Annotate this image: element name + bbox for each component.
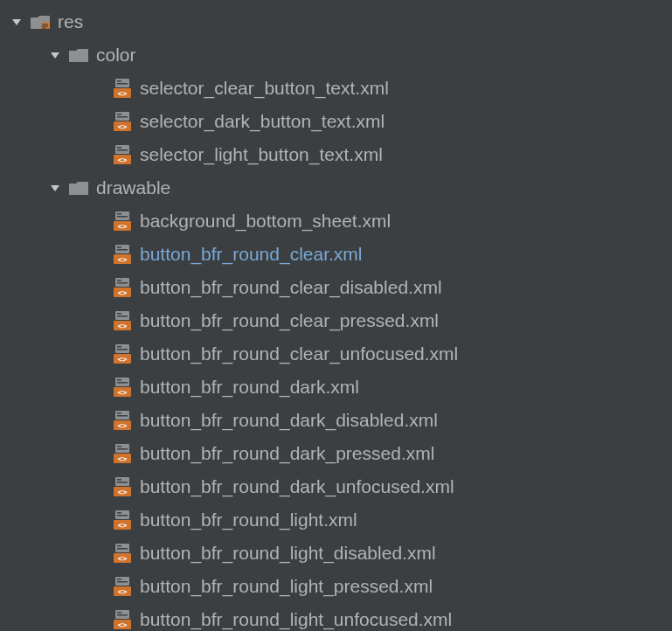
tree-folder-color[interactable]: color <box>5 38 672 72</box>
file-name: button_bfr_round_clear_unfocused.xml <box>140 343 458 364</box>
xml-icon: <> <box>110 277 135 298</box>
tree-file[interactable]: <> button_bfr_round_light_pressed.xml <box>5 570 672 603</box>
file-name: selector_clear_button_text.xml <box>140 78 389 99</box>
tree-file[interactable]: <> button_bfr_round_light_disabled.xml <box>5 537 672 570</box>
xml-icon: <> <box>110 609 135 630</box>
tree-file[interactable]: <> selector_dark_button_text.xml <box>5 105 672 138</box>
file-name: button_bfr_round_light.xml <box>140 510 357 530</box>
svg-rect-18 <box>117 149 128 151</box>
svg-rect-63 <box>117 479 121 481</box>
xml-icon: <> <box>110 543 135 564</box>
svg-rect-2 <box>42 24 48 25</box>
xml-icon: <> <box>110 443 135 464</box>
file-name: button_bfr_round_clear_pressed.xml <box>140 310 439 331</box>
svg-text:<>: <> <box>118 488 128 496</box>
svg-rect-69 <box>117 515 128 517</box>
svg-rect-17 <box>117 147 121 149</box>
xml-icon: <> <box>110 111 135 132</box>
tree-file[interactable]: <> button_bfr_round_clear_pressed.xml <box>5 304 672 337</box>
file-name: button_bfr_round_clear.xml <box>140 244 363 265</box>
svg-rect-28 <box>117 246 121 248</box>
file-name: button_bfr_round_dark_unfocused.xml <box>140 476 454 497</box>
xml-icon: <> <box>110 576 135 597</box>
svg-rect-58 <box>117 446 121 447</box>
tree-folder-drawable[interactable]: drawable <box>5 171 672 205</box>
xml-icon: <> <box>110 211 135 232</box>
svg-text:<>: <> <box>118 355 128 364</box>
svg-rect-23 <box>117 213 121 215</box>
folder-label: drawable <box>96 177 170 198</box>
tree-file[interactable]: <> background_bottom_sheet.xml <box>5 205 672 238</box>
tree-file[interactable]: <> button_bfr_round_light_unfocused.xml <box>5 603 672 631</box>
chevron-down-icon[interactable] <box>9 17 24 27</box>
svg-rect-39 <box>117 316 128 317</box>
file-name: button_bfr_round_light_pressed.xml <box>140 576 433 597</box>
file-name: button_bfr_round_dark_pressed.xml <box>140 443 434 464</box>
file-name: button_bfr_round_light_disabled.xml <box>140 543 436 564</box>
svg-text:<>: <> <box>118 288 128 297</box>
file-name: selector_light_button_text.xml <box>140 144 383 165</box>
svg-rect-59 <box>117 448 128 450</box>
xml-icon: <> <box>110 343 135 364</box>
svg-rect-49 <box>117 382 128 384</box>
svg-rect-53 <box>117 413 121 414</box>
xml-icon: <> <box>110 78 135 99</box>
tree-file[interactable]: <> button_bfr_round_dark.xml <box>5 371 672 404</box>
tree-file[interactable]: <> button_bfr_round_dark_unfocused.xml <box>5 470 672 503</box>
file-name: selector_dark_button_text.xml <box>140 111 384 132</box>
svg-rect-12 <box>117 114 121 115</box>
svg-text:<>: <> <box>118 89 128 98</box>
xml-icon: <> <box>110 244 135 265</box>
tree-file[interactable]: <> button_bfr_round_clear.xml <box>5 238 672 271</box>
chevron-down-icon[interactable] <box>47 50 63 60</box>
tree-file[interactable]: <> selector_clear_button_text.xml <box>5 72 672 105</box>
svg-text:<>: <> <box>118 122 128 131</box>
tree-file[interactable]: <> button_bfr_round_clear_unfocused.xml <box>5 337 672 371</box>
folder-label: res <box>58 11 83 32</box>
svg-rect-33 <box>117 280 121 281</box>
svg-rect-44 <box>117 349 128 350</box>
file-name: background_bottom_sheet.xml <box>140 211 391 232</box>
svg-text:<>: <> <box>118 388 128 397</box>
chevron-down-icon[interactable] <box>47 183 63 193</box>
tree-file[interactable]: <> button_bfr_round_clear_disabled.xml <box>5 271 672 304</box>
tree-folder-res[interactable]: res <box>5 5 672 38</box>
svg-text:<>: <> <box>118 587 128 596</box>
file-name: button_bfr_round_light_unfocused.xml <box>140 609 452 630</box>
svg-rect-68 <box>117 512 121 514</box>
folder-label: color <box>96 45 136 66</box>
svg-text:<>: <> <box>118 554 128 563</box>
folder-res-icon <box>28 13 52 31</box>
file-name: button_bfr_round_dark.xml <box>140 377 359 398</box>
xml-icon: <> <box>110 476 135 497</box>
svg-text:<>: <> <box>118 521 128 530</box>
svg-text:<>: <> <box>118 621 128 629</box>
xml-icon: <> <box>110 310 135 331</box>
svg-rect-74 <box>117 548 128 550</box>
tree-file[interactable]: <> button_bfr_round_light.xml <box>5 503 672 537</box>
svg-marker-21 <box>51 185 59 191</box>
xml-icon: <> <box>110 510 135 530</box>
tree-file[interactable]: <> selector_light_button_text.xml <box>5 138 672 171</box>
svg-rect-64 <box>117 482 128 483</box>
svg-text:<>: <> <box>118 454 128 463</box>
svg-text:<>: <> <box>118 255 128 264</box>
svg-rect-13 <box>117 116 128 118</box>
svg-text:<>: <> <box>118 156 128 164</box>
svg-rect-3 <box>42 26 48 27</box>
svg-rect-84 <box>117 614 128 616</box>
svg-rect-48 <box>117 379 121 381</box>
file-name: button_bfr_round_dark_disabled.xml <box>140 410 438 431</box>
svg-text:<>: <> <box>118 222 128 231</box>
tree-file[interactable]: <> button_bfr_round_dark_pressed.xml <box>5 437 672 470</box>
svg-rect-7 <box>117 80 121 82</box>
svg-text:<>: <> <box>118 421 128 430</box>
tree-file[interactable]: <> button_bfr_round_dark_disabled.xml <box>5 404 672 437</box>
xml-icon: <> <box>110 410 135 431</box>
svg-rect-43 <box>117 346 121 348</box>
svg-marker-0 <box>12 19 21 25</box>
svg-rect-4 <box>42 28 46 29</box>
file-name: button_bfr_round_clear_disabled.xml <box>140 277 442 298</box>
svg-rect-78 <box>117 579 121 580</box>
svg-rect-83 <box>117 612 121 614</box>
